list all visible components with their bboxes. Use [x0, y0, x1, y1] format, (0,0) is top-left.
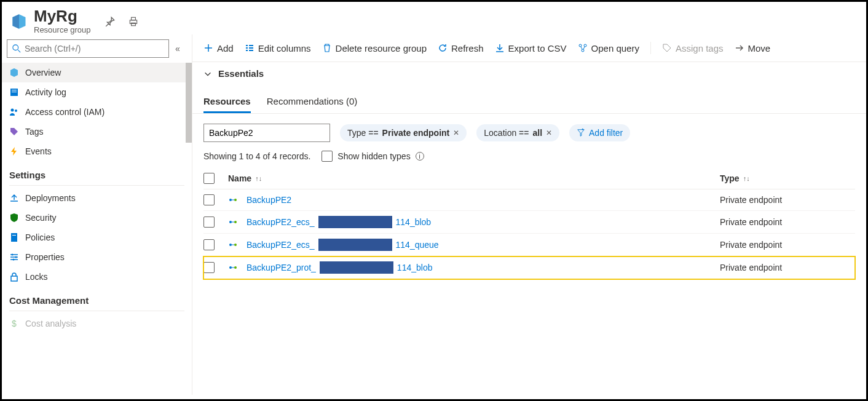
row-checkbox[interactable] — [203, 262, 215, 273]
toolbar-separator — [650, 42, 651, 54]
print-icon[interactable] — [128, 16, 139, 27]
row-checkbox[interactable] — [203, 194, 215, 205]
search-input[interactable] — [25, 44, 164, 54]
row-checkbox[interactable] — [203, 239, 215, 250]
filter-bar: Type == Private endpoint ✕ Location == a… — [192, 114, 866, 147]
move-button[interactable]: Move — [735, 43, 771, 54]
svg-rect-22 — [249, 50, 253, 51]
resource-link[interactable]: 114_blob — [397, 263, 433, 272]
pin-icon[interactable] — [105, 16, 116, 27]
svg-rect-6 — [12, 90, 17, 90]
sidebar-item-label: Cost analysis — [25, 319, 76, 328]
info-icon[interactable]: i — [416, 152, 424, 161]
collapse-sidebar-icon[interactable]: « — [175, 44, 180, 54]
page-title: MyRg — [34, 8, 91, 24]
resource-type: Private endpoint — [720, 263, 855, 272]
sidebar-section-settings: Settings — [2, 161, 192, 183]
private-endpoint-icon — [228, 240, 238, 250]
edit-columns-button[interactable]: Edit columns — [245, 43, 311, 54]
column-type[interactable]: Type ↑↓ — [720, 173, 855, 184]
page-subtitle: Resource group — [34, 25, 91, 34]
sort-icon: ↑↓ — [743, 175, 750, 182]
svg-point-14 — [13, 259, 15, 261]
sidebar-item-deployments[interactable]: Deployments — [2, 188, 192, 208]
sidebar-item-label: Activity log — [25, 87, 66, 97]
select-all-checkbox[interactable] — [203, 173, 215, 184]
document-icon — [9, 232, 19, 242]
records-count: Showing 1 to 4 of 4 records. — [203, 151, 310, 161]
divider — [9, 311, 184, 311]
resource-link[interactable]: 114_queue — [396, 240, 439, 250]
dollar-icon: $ — [9, 319, 19, 328]
close-icon[interactable]: ✕ — [453, 129, 459, 137]
refresh-icon — [438, 43, 448, 53]
table-row[interactable]: BackupPE2_ecs_114_queuePrivate endpoint — [203, 234, 855, 256]
log-icon — [9, 87, 19, 97]
lock-icon — [9, 272, 19, 282]
svg-point-29 — [229, 221, 232, 223]
resource-link[interactable]: BackupPE2_ecs_ — [247, 240, 315, 250]
sidebar-item-label: Properties — [25, 252, 65, 262]
sort-icon: ↑↓ — [255, 175, 262, 182]
page-header: MyRg Resource group — [2, 2, 866, 34]
sidebar-item-overview[interactable]: Overview — [2, 63, 192, 82]
column-name[interactable]: Name ↑↓ — [228, 173, 720, 184]
add-filter-button[interactable]: + Add filter — [569, 124, 630, 141]
close-icon[interactable]: ✕ — [546, 129, 552, 137]
svg-point-25 — [582, 49, 584, 52]
add-button[interactable]: Add — [203, 43, 234, 54]
svg-point-27 — [229, 199, 232, 201]
tab-recommendations[interactable]: Recommendations (0) — [267, 91, 358, 113]
filter-pill-location[interactable]: Location == all ✕ — [476, 124, 559, 141]
table-row[interactable]: BackupPE2_ecs_114_blobPrivate endpoint — [203, 211, 855, 234]
sidebar-item-tags[interactable]: Tags — [2, 122, 192, 141]
svg-point-9 — [15, 109, 17, 112]
sidebar-item-events[interactable]: Events — [2, 141, 192, 161]
sidebar-search[interactable] — [7, 39, 169, 58]
resource-link[interactable]: 114_blob — [396, 217, 432, 227]
svg-text:+: + — [582, 129, 584, 132]
sidebar-scrollbar[interactable] — [186, 63, 192, 395]
svg-rect-10 — [11, 233, 17, 242]
show-hidden-checkbox[interactable] — [322, 151, 333, 162]
resource-link[interactable]: BackupPE2_prot_ — [247, 263, 316, 272]
svg-point-8 — [11, 109, 14, 112]
sidebar-item-locks[interactable]: Locks — [2, 267, 192, 287]
sidebar-item-label: Tags — [25, 127, 44, 137]
refresh-button[interactable]: Refresh — [438, 43, 484, 54]
filter-text-input[interactable] — [203, 124, 330, 142]
essentials-toggle[interactable]: Essentials — [192, 62, 866, 85]
funnel-plus-icon: + — [577, 129, 585, 137]
cube-icon — [9, 68, 19, 77]
table-row[interactable]: BackupPE2Private endpoint — [203, 189, 855, 211]
row-checkbox[interactable] — [203, 216, 215, 228]
svg-rect-1 — [131, 17, 135, 20]
sidebar-item-label: Deployments — [25, 193, 76, 203]
filter-pill-type[interactable]: Type == Private endpoint ✕ — [340, 124, 467, 141]
sidebar-item-properties[interactable]: Properties — [2, 247, 192, 267]
tag-icon — [9, 127, 19, 137]
assign-tags-button[interactable]: Assign tags — [662, 43, 724, 54]
open-query-button[interactable]: Open query — [578, 43, 639, 54]
tab-resources[interactable]: Resources — [203, 91, 251, 113]
sidebar-item-cost-analysis[interactable]: $ Cost analysis — [2, 314, 192, 333]
resource-link[interactable]: BackupPE2 — [247, 195, 291, 205]
main-content: Add Edit columns Delete resource group R… — [192, 34, 866, 395]
sidebar-item-activity[interactable]: Activity log — [2, 82, 192, 102]
delete-rg-button[interactable]: Delete resource group — [322, 43, 427, 54]
resource-type: Private endpoint — [720, 195, 855, 205]
table-row[interactable]: BackupPE2_prot_114_blobPrivate endpoint — [203, 256, 855, 279]
sidebar-item-policies[interactable]: Policies — [2, 228, 192, 247]
divider — [9, 185, 184, 186]
query-icon — [578, 43, 588, 53]
arrow-right-icon — [735, 43, 744, 53]
sidebar-item-label: Policies — [25, 232, 55, 242]
export-csv-button[interactable]: Export to CSV — [495, 43, 567, 54]
svg-rect-18 — [246, 47, 248, 49]
resource-link[interactable]: BackupPE2_ecs_ — [247, 217, 315, 227]
svg-point-30 — [234, 221, 237, 223]
svg-point-33 — [229, 266, 232, 269]
sidebar-item-iam[interactable]: Access control (IAM) — [2, 102, 192, 122]
sidebar-item-label: Security — [25, 213, 57, 223]
sidebar-item-security[interactable]: Security — [2, 208, 192, 228]
